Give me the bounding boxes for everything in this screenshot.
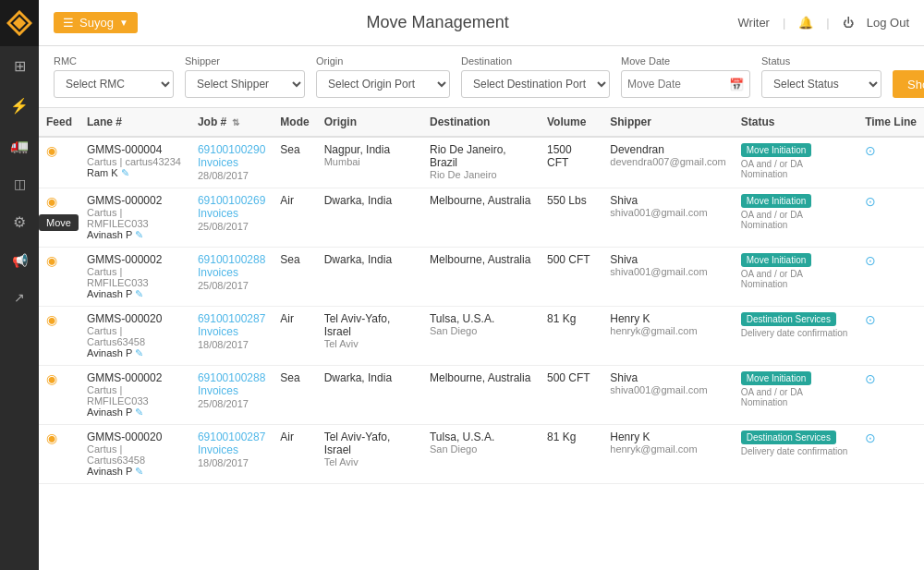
sort-icon[interactable]: ⇅ xyxy=(232,117,239,127)
filter-bar: RMC Select RMC Shipper Select Shipper Or… xyxy=(39,46,924,108)
destination-select[interactable]: Select Destination Port xyxy=(461,70,610,98)
logout-link[interactable]: Log Out xyxy=(867,16,909,30)
cell-dest-2: Melbourne, Australia xyxy=(422,248,540,307)
sidebar-item-settings[interactable]: ⚙ xyxy=(0,202,39,242)
assignee-name: Avinash P ✎ xyxy=(87,466,183,478)
status-sub-text: OA and / or DA Nomination xyxy=(741,269,850,289)
cell-lane-4: GMMS-000002 Cartus | RMFILEC033 Avinash … xyxy=(79,366,190,425)
calendar-icon[interactable]: 📅 xyxy=(729,78,744,91)
shipper-email: shiva001@gmail.com xyxy=(610,207,726,218)
rss-icon: ◉ xyxy=(46,312,57,327)
timeline-icon[interactable]: ⊙ xyxy=(865,194,876,209)
volume-value: 500 CFT xyxy=(547,371,590,384)
sidebar-item-quick[interactable]: ⚡ xyxy=(0,86,39,126)
sidebar-item-notifications[interactable]: 📢 xyxy=(0,242,39,279)
edit-icon[interactable]: ✎ xyxy=(135,288,143,299)
job-number-link[interactable]: 69100100288 xyxy=(198,253,265,266)
status-select[interactable]: Select Status xyxy=(761,70,881,98)
job-number-link[interactable]: 69100100290 xyxy=(198,143,265,156)
invoices-link[interactable]: Invoices xyxy=(198,266,265,279)
edit-icon[interactable]: ✎ xyxy=(121,167,129,178)
movedate-input[interactable] xyxy=(627,72,729,96)
cell-status-4: Move Initiation OA and / or DA Nominatio… xyxy=(734,366,857,425)
status-badge: Destination Services xyxy=(741,431,836,444)
timeline-icon[interactable]: ⊙ xyxy=(865,371,876,386)
cell-shipper-5: Henry K henryk@gmail.com xyxy=(602,425,734,484)
invoices-link[interactable]: Invoices xyxy=(198,207,265,220)
assignee-name: Avinash P ✎ xyxy=(87,288,183,300)
shipper-select[interactable]: Select Shipper xyxy=(185,70,305,98)
volume-value: 500 CFT xyxy=(547,253,590,266)
invoices-link[interactable]: Invoices xyxy=(198,156,265,169)
divider2: | xyxy=(826,16,829,30)
rss-icon: ◉ xyxy=(46,431,57,445)
rmc-select[interactable]: Select RMC xyxy=(54,70,174,98)
col-status: Status xyxy=(734,108,857,137)
shipper-label: Shipper xyxy=(185,55,305,67)
cell-dest-1: Melbourne, Australia xyxy=(422,188,540,248)
table-row: ◉ GMMS-000002 Cartus | RMFILEC033 Avinas… xyxy=(39,248,924,307)
edit-icon[interactable]: ✎ xyxy=(135,229,143,240)
assignee-name: Avinash P ✎ xyxy=(87,229,183,241)
rmc-label: RMC xyxy=(54,55,174,67)
edit-icon[interactable]: ✎ xyxy=(135,466,143,477)
bell-icon[interactable]: 🔔 xyxy=(798,16,813,30)
shipper-email: shiva001@gmail.com xyxy=(610,384,726,395)
status-sub-text: Delivery date confirmation xyxy=(741,328,850,338)
cell-status-3: Destination Services Delivery date confi… xyxy=(734,307,857,366)
job-number-link[interactable]: 69100100269 xyxy=(198,194,265,207)
timeline-icon[interactable]: ⊙ xyxy=(865,143,876,158)
col-job: Job # ⇅ xyxy=(190,108,273,137)
sidebar-item-move[interactable]: 🚛 xyxy=(0,126,39,165)
job-date: 18/08/2017 xyxy=(198,339,249,350)
rss-icon: ◉ xyxy=(46,371,57,386)
timeline-icon[interactable]: ⊙ xyxy=(865,431,876,445)
cell-status-0: Move Initiation OA and / or DA Nominatio… xyxy=(734,137,857,188)
divider1: | xyxy=(783,16,785,30)
status-badge: Move Initiation xyxy=(741,371,811,385)
job-number-link[interactable]: 69100100287 xyxy=(198,431,265,443)
cell-status-2: Move Initiation OA and / or DA Nominatio… xyxy=(734,248,857,307)
cell-origin-1: Dwarka, India xyxy=(317,188,422,248)
rss-icon: ◉ xyxy=(46,143,57,158)
origin-label: Origin xyxy=(316,55,450,67)
status-filter: Status Select Status xyxy=(761,55,881,98)
cell-timeline-0: ⊙ xyxy=(857,137,924,188)
job-number-link[interactable]: 69100100288 xyxy=(198,371,265,384)
status-sub-text: OA and / or DA Nomination xyxy=(741,387,850,407)
cell-job-4: 69100100288 Invoices 25/08/2017 xyxy=(190,366,273,425)
destination-filter: Destination Select Destination Port xyxy=(461,55,610,98)
timeline-icon[interactable]: ⊙ xyxy=(865,312,876,327)
job-number-link[interactable]: 69100100287 xyxy=(198,312,265,325)
assignee-name: Avinash P ✎ xyxy=(87,347,183,359)
cell-dest-0: Rio De Janeiro, Brazil Rio De Janeiro xyxy=(422,137,540,188)
sidebar-item-layers[interactable]: ◫ xyxy=(0,165,39,202)
job-date: 18/08/2017 xyxy=(198,457,249,468)
edit-icon[interactable]: ✎ xyxy=(135,406,143,418)
origin-sub: Tel Aviv xyxy=(324,456,415,467)
edit-icon[interactable]: ✎ xyxy=(135,347,143,358)
cell-volume-2: 500 CFT xyxy=(540,248,602,307)
cell-job-0: 69100100290 Invoices 28/08/2017 xyxy=(190,137,273,188)
origin-select[interactable]: Select Origin Port xyxy=(316,70,450,98)
sidebar-item-share[interactable]: ↗ xyxy=(0,279,39,316)
timeline-icon[interactable]: ⊙ xyxy=(865,253,876,268)
show-button[interactable]: Show xyxy=(893,70,924,98)
sidebar-item-dashboard[interactable]: ⊞ xyxy=(0,46,39,86)
destination-sub: Rio De Janeiro xyxy=(430,169,532,180)
cell-feed-4: ◉ xyxy=(39,366,79,425)
origin-city: Nagpur, India xyxy=(324,143,415,156)
destination-label: Destination xyxy=(461,55,610,67)
table-row: ◉ GMMS-000002 Cartus | RMFILEC033 Avinas… xyxy=(39,188,924,248)
nav-menu-button[interactable]: ☰ Suyog ▼ xyxy=(54,12,138,33)
invoices-link[interactable]: Invoices xyxy=(198,443,265,456)
logo-icon xyxy=(6,10,32,36)
lane-number: GMMS-000002 xyxy=(87,194,183,207)
invoices-link[interactable]: Invoices xyxy=(198,325,265,338)
table-area: Feed Lane # Job # ⇅ Mode Origin Destinat… xyxy=(39,108,924,570)
mode-value: Sea xyxy=(280,143,299,156)
invoices-link[interactable]: Invoices xyxy=(198,384,265,397)
rss-icon: ◉ xyxy=(46,253,57,268)
cell-mode-2: Sea xyxy=(273,248,316,307)
origin-city: Dwarka, India xyxy=(324,194,415,207)
